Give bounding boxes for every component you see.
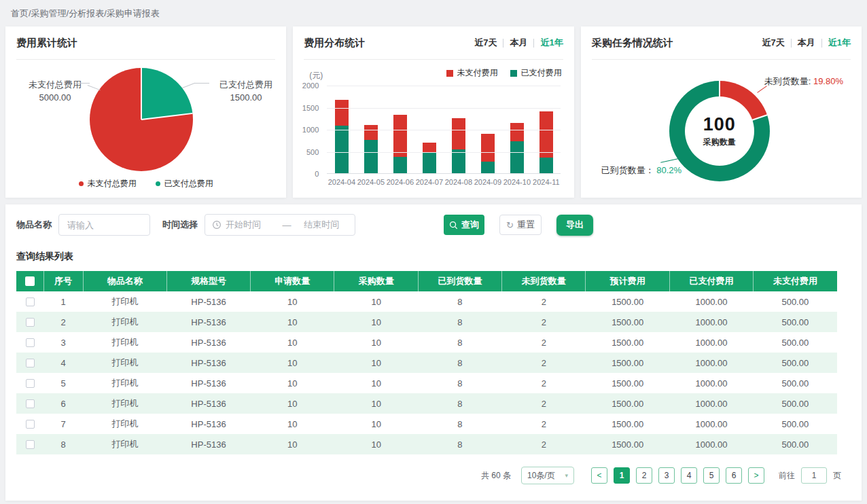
- table-row: 4打印机HP-51361010821500.001000.00500.00: [16, 353, 837, 373]
- checkbox-cell: [16, 312, 43, 332]
- row-checkbox[interactable]: [26, 399, 35, 408]
- legend-item-未支付费用[interactable]: 未支付费用: [446, 67, 498, 79]
- checkbox-cell: [16, 291, 43, 312]
- legend-square: [510, 70, 517, 77]
- item-name-input[interactable]: [58, 214, 150, 236]
- cell: 1000.00: [669, 373, 753, 393]
- y-axis-tick: 2000: [302, 82, 319, 90]
- cell: 5: [43, 373, 83, 393]
- x-axis-label: 2024-06: [385, 178, 414, 186]
- query-panel: 物品名称 时间选择 开始时间 — 结束时间 查询 ↻ 重置 导出 查询结果列表: [5, 204, 862, 501]
- export-button[interactable]: 导出: [556, 215, 593, 236]
- page-button-4[interactable]: 4: [681, 467, 697, 484]
- column-header-序号: 序号: [43, 271, 83, 291]
- page-button-6[interactable]: 6: [726, 467, 742, 484]
- export-button-label: 导出: [566, 219, 584, 231]
- next-page-button[interactable]: >: [748, 467, 764, 484]
- bar-segment-paid: [452, 149, 465, 173]
- table-row: 2打印机HP-51361010821500.001000.00500.00: [16, 312, 837, 332]
- pie-chart-area: 未支付总费用 5000.00 已支付总费用 1500.00 未支付总费用已支付总…: [5, 60, 286, 198]
- table-header-row: 序号物品名称规格型号申请数量采购数量已到货数量未到货数量预计费用已支付费用未支付…: [16, 271, 837, 291]
- legend-label: 已支付总费用: [164, 178, 213, 190]
- cell: 10: [334, 312, 418, 332]
- cell: 500.00: [754, 434, 837, 454]
- search-icon: [449, 221, 458, 230]
- filter-this-month[interactable]: 本月: [510, 37, 527, 49]
- page-size-select[interactable]: 10条/页 ▾: [521, 467, 574, 484]
- cell: 2: [502, 291, 586, 312]
- filter-this-month[interactable]: 本月: [798, 37, 815, 49]
- pie-label-unpaid-name: 未支付总费用: [11, 78, 99, 91]
- page-button-5[interactable]: 5: [703, 467, 720, 484]
- card-title: 费用累计统计: [16, 37, 77, 50]
- filter-separator: [791, 39, 792, 48]
- legend-item-已支付费用[interactable]: 已支付费用: [510, 67, 562, 79]
- legend-item-未支付总费用[interactable]: 未支付总费用: [79, 178, 137, 190]
- goto-page-input[interactable]: [801, 467, 827, 484]
- column-header-预计费用: 预计费用: [586, 271, 669, 291]
- cell: 1500.00: [586, 332, 669, 353]
- checkbox-cell: [16, 353, 43, 373]
- cell: 2: [502, 312, 586, 332]
- label-connector-line: [194, 83, 209, 84]
- cell: 500.00: [754, 373, 837, 393]
- filter-separator: [533, 39, 534, 48]
- row-checkbox[interactable]: [26, 359, 35, 367]
- row-checkbox[interactable]: [26, 338, 35, 347]
- x-axis-label: 2024-11: [531, 178, 561, 186]
- goto-suffix: 页: [833, 470, 841, 482]
- row-checkbox[interactable]: [26, 420, 35, 429]
- cell: 500.00: [754, 353, 837, 373]
- bar-stack: [364, 125, 378, 173]
- donut-chart: 100 采购数量: [669, 81, 770, 181]
- page-button-3[interactable]: 3: [658, 467, 675, 484]
- x-axis-label: 2024-05: [356, 178, 385, 186]
- reset-button[interactable]: ↻ 重置: [499, 215, 542, 235]
- filter-last-year[interactable]: 近1年: [828, 37, 851, 49]
- filter-last-7-days[interactable]: 近7天: [762, 37, 785, 49]
- cell: 1500.00: [586, 291, 669, 312]
- total-count: 共 60 条: [481, 470, 511, 482]
- legend-dot: [79, 181, 84, 186]
- gridline: [327, 86, 561, 86]
- pie-label-paid-value: 1500.00: [211, 91, 281, 104]
- y-axis-tick: 500: [306, 148, 319, 156]
- page-size-value: 10条/页: [527, 470, 555, 482]
- date-range-input[interactable]: 开始时间 — 结束时间: [205, 214, 355, 236]
- page-button-1[interactable]: 1: [614, 467, 630, 484]
- filter-last-7-days[interactable]: 近7天: [474, 37, 497, 49]
- bar-stack: [423, 143, 436, 173]
- label-connector-line: [75, 83, 90, 84]
- reset-button-label: 重置: [517, 219, 535, 231]
- filter-separator: [503, 39, 503, 48]
- pie-label-unpaid-value: 5000.00: [11, 91, 99, 104]
- table-row: 7打印机HP-51361010821500.001000.00500.00: [16, 414, 837, 434]
- bar-segment-paid: [393, 157, 407, 173]
- cell: 打印机: [83, 393, 166, 414]
- bar-segment-paid: [423, 152, 436, 173]
- cell: 2: [502, 373, 586, 393]
- page-button-2[interactable]: 2: [636, 467, 652, 484]
- row-checkbox[interactable]: [26, 318, 35, 327]
- x-axis-labels: 2024-042024-052024-062024-072024-082024-…: [327, 178, 561, 186]
- cell: 8: [418, 373, 501, 393]
- cell: HP-5136: [166, 434, 250, 454]
- column-header-已到货数量: 已到货数量: [418, 271, 501, 291]
- end-time-placeholder[interactable]: 结束时间: [296, 219, 349, 231]
- prev-page-button[interactable]: <: [591, 467, 607, 484]
- bar-segment-paid: [364, 140, 378, 173]
- start-time-placeholder[interactable]: 开始时间: [226, 219, 279, 231]
- cell: 1000.00: [669, 312, 753, 332]
- search-button[interactable]: 查询: [444, 215, 484, 235]
- cell: 10: [251, 393, 334, 414]
- row-checkbox[interactable]: [26, 440, 35, 449]
- cell: 打印机: [83, 353, 166, 373]
- select-all-checkbox[interactable]: [25, 276, 35, 286]
- bar-segment-unpaid: [335, 100, 349, 126]
- row-checkbox[interactable]: [26, 298, 35, 306]
- cell: 2: [502, 434, 586, 454]
- row-checkbox[interactable]: [26, 379, 35, 388]
- legend-item-已支付总费用[interactable]: 已支付总费用: [156, 178, 213, 190]
- filter-last-year[interactable]: 近1年: [540, 37, 563, 49]
- cell: 1500.00: [586, 393, 669, 414]
